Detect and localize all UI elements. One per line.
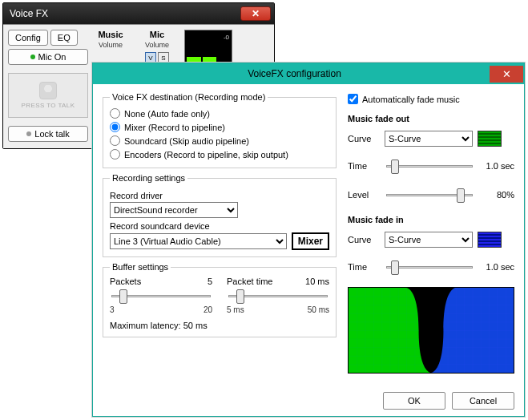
config-title-text: VoiceFX configuration bbox=[99, 68, 490, 79]
fade-out-level-label: Level bbox=[348, 190, 380, 200]
record-device-label: Record soundcard device bbox=[110, 221, 329, 231]
close-icon[interactable]: ✕ bbox=[240, 6, 271, 21]
fade-in-time-label: Time bbox=[348, 262, 380, 272]
mic-on-label: Mic On bbox=[38, 52, 67, 62]
packets-label: Packets bbox=[110, 277, 141, 286]
config-dialog: VoiceFX configuration ✕ Voice FX destina… bbox=[92, 63, 525, 417]
fade-in-curve-icon bbox=[478, 232, 502, 248]
fade-in-heading: Music fade in bbox=[348, 215, 514, 224]
dest-radio-soundcard[interactable]: Soundcard (Skip audio pipeline) bbox=[110, 134, 329, 147]
mixer-button[interactable]: Mixer bbox=[292, 232, 329, 250]
cancel-button[interactable]: Cancel bbox=[452, 392, 514, 410]
recording-group: Recording settings Record driver DirectS… bbox=[103, 173, 337, 257]
packet-time-slider[interactable] bbox=[227, 288, 329, 305]
status-dot-icon bbox=[30, 55, 35, 59]
fade-out-curve-select[interactable]: S-Curve bbox=[385, 131, 473, 147]
lock-talk-button[interactable]: Lock talk bbox=[8, 126, 88, 142]
packets-slider[interactable] bbox=[110, 288, 212, 305]
fade-in-time-value: 1.0 sec bbox=[479, 262, 514, 272]
fade-out-time-label: Time bbox=[348, 161, 380, 171]
fade-out-time-value: 1.0 sec bbox=[479, 161, 514, 171]
max-latency-label: Maximum latency: 50 ms bbox=[110, 321, 329, 330]
config-titlebar[interactable]: VoiceFX configuration ✕ bbox=[93, 63, 524, 84]
mic-on-button[interactable]: Mic On bbox=[8, 49, 88, 65]
fade-out-level-slider[interactable] bbox=[385, 187, 474, 204]
close-icon[interactable]: ✕ bbox=[490, 66, 523, 83]
voicefx-title-text: Voice FX bbox=[10, 8, 48, 19]
mic-volume-label: Volume bbox=[145, 41, 169, 50]
destination-group: Voice FX destination (Recording mode) No… bbox=[103, 92, 337, 168]
fade-out-level-value: 80% bbox=[479, 190, 514, 200]
auto-fade-checkbox[interactable]: Automatically fade music bbox=[348, 92, 514, 106]
fade-out-curve-icon bbox=[478, 131, 502, 147]
voicefx-titlebar[interactable]: Voice FX ✕ bbox=[3, 3, 274, 24]
buffer-group: Buffer settings Packets 5 3 bbox=[103, 262, 337, 337]
packet-time-value: 10 ms bbox=[305, 277, 329, 286]
music-volume-label: Volume bbox=[99, 41, 123, 50]
buffer-legend: Buffer settings bbox=[110, 262, 171, 272]
packet-time-label: Packet time bbox=[227, 277, 272, 286]
fade-out-heading: Music fade out bbox=[348, 114, 514, 123]
dest-radio-none[interactable]: None (Auto fade only) bbox=[110, 107, 329, 120]
eq-button[interactable]: EQ bbox=[50, 30, 78, 46]
fade-out-time-slider[interactable] bbox=[385, 158, 474, 176]
ptt-label: PRESS TO TALK bbox=[22, 102, 75, 109]
record-driver-label: Record driver bbox=[110, 191, 329, 200]
press-to-talk-button[interactable]: PRESS TO TALK bbox=[8, 73, 88, 118]
lock-talk-label: Lock talk bbox=[34, 129, 69, 139]
music-heading: Music bbox=[98, 30, 123, 41]
recording-legend: Recording settings bbox=[110, 173, 187, 183]
dest-radio-mixer[interactable]: Mixer (Record to pipeline) bbox=[110, 120, 329, 134]
microphone-icon bbox=[39, 82, 57, 99]
s-toggle[interactable]: S bbox=[158, 52, 169, 63]
config-button[interactable]: Config bbox=[8, 30, 48, 46]
fade-in-curve-label: Curve bbox=[348, 235, 380, 244]
status-dot-icon bbox=[26, 131, 31, 136]
record-device-select[interactable]: Line 3 (Virtual Audio Cable) bbox=[110, 233, 287, 249]
fade-in-time-slider[interactable] bbox=[385, 259, 474, 277]
destination-legend: Voice FX destination (Recording mode) bbox=[110, 92, 268, 102]
ok-button[interactable]: OK bbox=[383, 392, 445, 410]
fade-out-curve-label: Curve bbox=[348, 134, 380, 143]
fade-in-curve-select[interactable]: S-Curve bbox=[385, 232, 473, 248]
record-driver-select[interactable]: DirectSound recorder bbox=[110, 202, 238, 218]
packets-value: 5 bbox=[208, 277, 212, 286]
v-toggle[interactable]: V bbox=[145, 52, 156, 63]
dest-radio-encoders[interactable]: Encoders (Record to pipeline, skip outpu… bbox=[110, 147, 329, 161]
fade-curve-preview bbox=[348, 287, 514, 374]
mic-heading: Mic bbox=[150, 30, 164, 41]
